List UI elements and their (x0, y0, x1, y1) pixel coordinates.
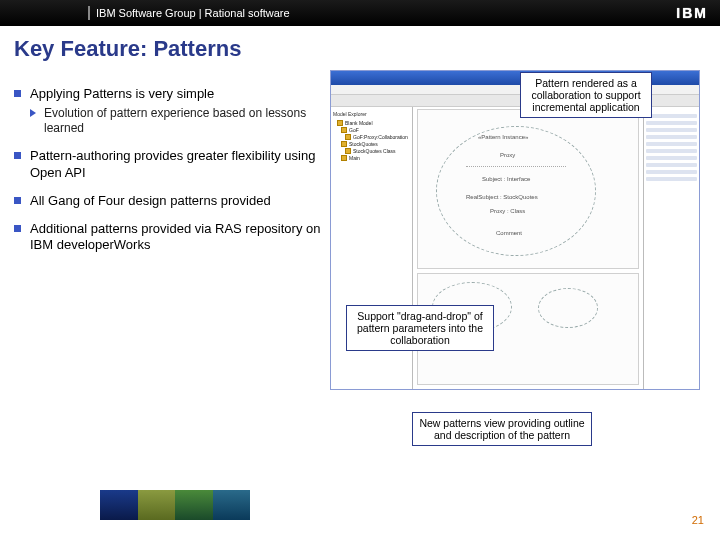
folder-icon (337, 120, 343, 126)
footer-chip (138, 490, 176, 520)
role-3: Proxy : Class (490, 208, 525, 214)
topbar-text: IBM Software Group | Rational software (96, 7, 290, 19)
bullet-1: Applying Patterns is very simple Evoluti… (14, 86, 324, 136)
folder-icon (341, 127, 347, 133)
bullet-3: All Gang of Four design patterns provide… (14, 193, 324, 209)
role-1: Subject : Interface (482, 176, 530, 182)
outline-line (646, 149, 697, 153)
slide-topbar: IBM Software Group | Rational software I… (0, 0, 720, 26)
bullet-1-sub-1: Evolution of pattern experience based on… (30, 106, 324, 136)
item-icon (345, 134, 351, 140)
outline-line (646, 156, 697, 160)
outline-panel (643, 107, 699, 389)
page-number: 21 (692, 514, 704, 526)
bullet-4: Additional patterns provided via RAS rep… (14, 221, 324, 254)
collaboration-oval (436, 126, 596, 256)
item-icon (341, 155, 347, 161)
outline-line (646, 121, 697, 125)
footer-chip (175, 490, 213, 520)
tree-row: Main (341, 155, 410, 161)
tree-row: StockQuotes (341, 141, 410, 147)
outline-line (646, 114, 697, 118)
tree-row: GoF:Proxy:Collaboration (345, 134, 410, 140)
outline-line (646, 128, 697, 132)
outline-line (646, 177, 697, 181)
outline-line (646, 135, 697, 139)
diagram-divider (466, 166, 566, 167)
tree-row: StockQuotes Class (345, 148, 410, 154)
footer-chip (100, 490, 138, 520)
ibm-logo: IBM (676, 5, 708, 21)
tree-row: Blank Model (337, 120, 410, 126)
folder-icon (341, 141, 347, 147)
diagram-top-pane: «Pattern Instance» Proxy Subject : Inter… (417, 109, 639, 269)
explorer-title: Model Explorer (333, 111, 410, 117)
role-comment: Comment (496, 230, 522, 236)
outline-line (646, 163, 697, 167)
bullet-column: Applying Patterns is very simple Evoluti… (14, 70, 324, 390)
tree-row: GoF (341, 127, 410, 133)
small-oval-2 (538, 288, 598, 328)
bullet-1-text: Applying Patterns is very simple (30, 86, 214, 101)
callout-dragdrop: Support "drag-and-drop" of pattern param… (346, 305, 494, 351)
outline-line (646, 170, 697, 174)
callout-render: Pattern rendered as a collaboration to s… (520, 72, 652, 118)
footer-graphic (100, 490, 250, 520)
item-icon (345, 148, 351, 154)
footer-chip (213, 490, 251, 520)
topbar-divider (88, 6, 90, 20)
pattern-tag: «Pattern Instance» (478, 134, 528, 141)
pattern-name: Proxy (500, 152, 515, 159)
bullet-2: Pattern-authoring provides greater flexi… (14, 148, 324, 181)
outline-line (646, 142, 697, 146)
callout-patternsview: New patterns view providing outline and … (412, 412, 592, 446)
slide-title: Key Feature: Patterns (0, 26, 720, 70)
role-2: RealSubject : StockQuotes (466, 194, 538, 200)
